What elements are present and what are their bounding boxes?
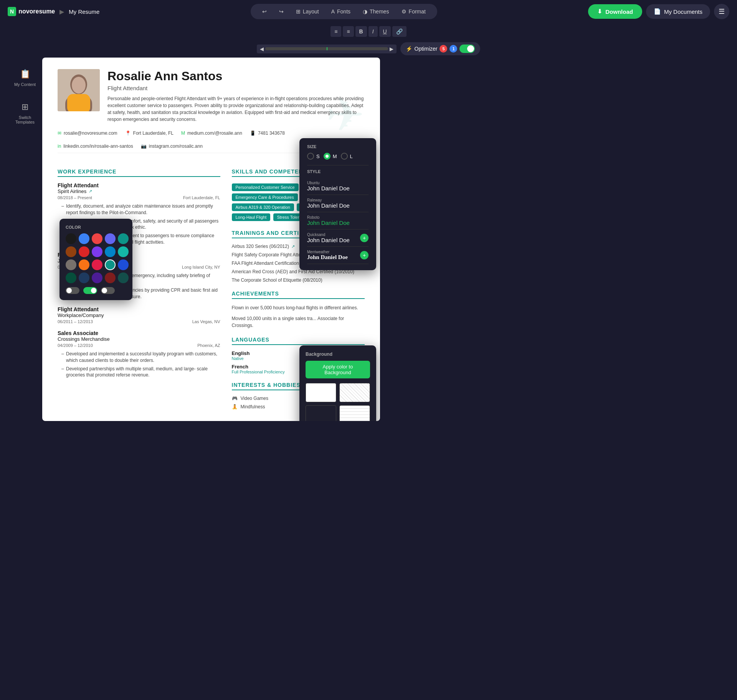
bg-swatch-pattern3[interactable] — [339, 405, 370, 421]
resume-info: Rosalie Ann Santos Flight Attendant Pers… — [107, 69, 365, 123]
swatch-teal-selected[interactable] — [105, 259, 116, 270]
download-button[interactable]: ⬇ Download — [588, 4, 642, 19]
contact-instagram: 📷 instagram.com/rosalic.ann — [141, 144, 203, 149]
style-label: Style — [307, 169, 368, 174]
redo-button[interactable]: ↪ — [274, 6, 289, 17]
size-small[interactable]: S — [307, 153, 320, 160]
ruler-left-arrow[interactable]: ◀ — [260, 46, 264, 52]
swatch-dark-teal[interactable] — [118, 272, 129, 283]
layout-button[interactable]: ⊞ Layout — [291, 6, 324, 17]
swatch-purple[interactable] — [92, 272, 102, 283]
underline-button[interactable]: U — [379, 26, 391, 37]
swatch-sky[interactable] — [105, 246, 116, 257]
swatch-navy[interactable] — [79, 272, 89, 283]
link-button[interactable]: 🔗 — [392, 26, 407, 37]
size-large[interactable]: L — [341, 153, 353, 160]
color-toggle-3[interactable] — [101, 287, 115, 294]
logo-icon: N — [8, 7, 16, 16]
color-toggle-1[interactable] — [66, 287, 79, 294]
achievement-1: Flown in over 5,000 hours long-haul flig… — [232, 304, 365, 311]
size-s-radio[interactable] — [307, 153, 314, 160]
swatch-dark-green[interactable] — [66, 272, 76, 283]
themes-button[interactable]: ◑ Themes — [357, 6, 395, 17]
format-bar: ≡ ≡ B I U 🔗 — [0, 23, 737, 40]
swatch-red[interactable] — [92, 233, 102, 244]
cert-link-1: ↗ — [291, 244, 295, 249]
swatch-brown[interactable] — [66, 246, 76, 257]
popup-divider — [307, 165, 368, 165]
size-m-radio[interactable] — [324, 153, 330, 160]
swatch-teal[interactable] — [118, 233, 129, 244]
align-center-button[interactable]: ≡ — [343, 26, 354, 37]
size-l-radio[interactable] — [341, 153, 348, 160]
align-left-button[interactable]: ≡ — [330, 26, 341, 37]
job-company-4: Crossings Merchandise — [58, 336, 220, 342]
font-merriweather[interactable]: Merriweather John Daniel Doe + — [307, 247, 368, 264]
bg-swatch-empty[interactable] — [306, 383, 336, 402]
ruler-right-arrow[interactable]: ▶ — [390, 46, 393, 52]
format-button[interactable]: ⚙ Format — [396, 6, 431, 17]
italic-button[interactable]: I — [368, 26, 378, 37]
bg-swatch-pattern2[interactable] — [306, 405, 336, 421]
job-title-3: Flight Attendant — [58, 306, 220, 312]
work-experience-header: WORK EXPERIENCE — [58, 168, 220, 177]
optimizer-toggle[interactable] — [459, 45, 475, 53]
brand-name: novoresume — [18, 8, 55, 15]
job-company-3: Workplace/Company — [58, 312, 220, 318]
swatch-maroon[interactable] — [105, 272, 116, 283]
skill-longhaul: Long-Haul Flight — [232, 213, 271, 221]
size-medium[interactable]: M — [324, 153, 337, 160]
job-company-1: Spirit Airlines ↗ — [58, 188, 220, 194]
hamburger-menu-button[interactable]: ☰ — [714, 4, 729, 19]
top-nav: N novoresume ▶ My Resume ↩ ↪ ⊞ Layout A … — [0, 0, 737, 23]
add-merriweather-button[interactable]: + — [360, 251, 368, 259]
color-popup-label: Color — [66, 225, 126, 229]
font-roboto[interactable]: Roboto John Daniel Doe — [307, 212, 368, 229]
resume-header: Rosalie Ann Santos Flight Attendant Pers… — [58, 69, 365, 123]
swatch-black[interactable] — [66, 233, 76, 244]
swatch-crimson[interactable] — [79, 246, 89, 257]
nav-separator: ▶ — [59, 8, 64, 15]
optimizer-button[interactable]: ⚡ Optimizer 5 1 — [400, 42, 481, 55]
job-entry-4: Sales Associate Crossings Merchandise 04… — [58, 330, 220, 378]
swatch-orange[interactable] — [79, 259, 89, 270]
swatch-violet[interactable] — [92, 246, 102, 257]
bold-button[interactable]: B — [355, 26, 367, 37]
font-quicksand[interactable]: Quicksand John Daniel Doe + — [307, 229, 368, 247]
sidebar-item-switch-templates[interactable]: ⊞ Switch Templates — [8, 98, 42, 128]
font-ubuntu[interactable]: Ubuntu John Daniel Doe — [307, 178, 368, 195]
cert-5: The Corporate School of Etiquette (08/20… — [232, 277, 365, 283]
mindfulness-icon: 🧘 — [232, 404, 238, 409]
format-icon: ⚙ — [402, 8, 407, 15]
fonts-button[interactable]: A Fonts — [326, 6, 356, 17]
job-meta-4: 04/2009 – 12/2010 Phoenix, AZ — [58, 343, 220, 348]
svg-rect-4 — [67, 94, 90, 111]
swatch-blue[interactable] — [79, 233, 89, 244]
swatch-indigo[interactable] — [105, 233, 116, 244]
email-icon: ✉ — [58, 130, 61, 136]
contact-location: 📍 Fort Lauderdale, FL — [125, 130, 174, 136]
color-toggle-2[interactable] — [83, 287, 97, 294]
swatch-stone[interactable] — [66, 259, 76, 270]
swatch-dark-blue[interactable] — [118, 259, 129, 270]
skill-personalized: Personalized Customer Service — [232, 183, 299, 191]
sidebar-item-my-content[interactable]: 📋 My Content — [10, 65, 40, 91]
bg-swatch-pattern1[interactable] — [339, 383, 370, 402]
swatch-rose[interactable] — [92, 259, 102, 270]
contact-email: ✉ rosalie@novoresume.com — [58, 130, 117, 136]
ruler-bar: ◀ ▶ ⚡ Optimizer 5 1 — [0, 40, 737, 58]
font-raleway[interactable]: Raleway John Daniel Doe — [307, 195, 368, 212]
color-swatches-grid — [66, 233, 126, 283]
add-quicksand-button[interactable]: + — [360, 234, 368, 242]
size-font-popup: Size S M L Style — [299, 138, 376, 270]
my-documents-button[interactable]: 📄 My Documents — [646, 4, 710, 19]
phone-icon: 📱 — [250, 130, 256, 136]
apply-bg-button[interactable]: Apply color to Background — [306, 361, 370, 378]
achievements-header: ACHIEVEMENTS — [232, 291, 365, 299]
size-popup-label: Size — [307, 144, 368, 149]
undo-button[interactable]: ↩ — [257, 6, 272, 17]
swatch-teal2[interactable] — [118, 246, 129, 257]
svg-point-3 — [72, 77, 86, 94]
ruler-container: ◀ ▶ — [257, 45, 397, 53]
linkedin-icon: in — [58, 144, 61, 149]
